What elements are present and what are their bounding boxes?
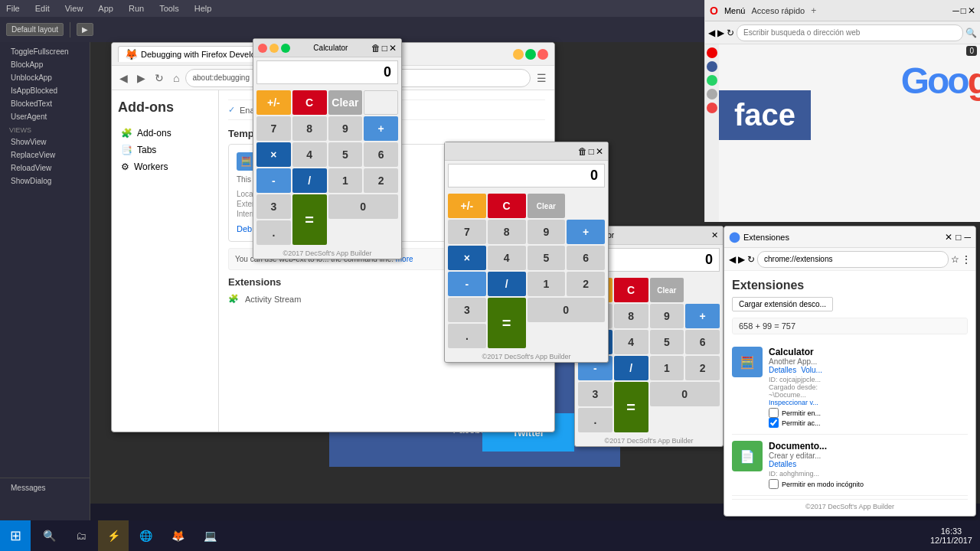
second-calc-delete[interactable]: 🗑: [578, 146, 587, 157]
taskbar-item-1[interactable]: 🔍: [34, 520, 64, 551]
btn-8[interactable]: 8: [292, 116, 327, 141]
btn-0[interactable]: 0: [328, 194, 399, 219]
r-equals[interactable]: =: [614, 382, 648, 432]
minimize-button[interactable]: [513, 49, 524, 60]
btn-2[interactable]: 2: [364, 168, 398, 193]
doc-permit-checkbox[interactable]: [769, 479, 779, 489]
chrome-ext-restore[interactable]: □: [956, 232, 961, 243]
second-calc-close[interactable]: ✕: [596, 146, 603, 157]
chrome-bookmark[interactable]: ☆: [951, 254, 959, 265]
s-btn-4[interactable]: 4: [488, 246, 526, 270]
facebook-icon[interactable]: [707, 61, 717, 72]
reload-button[interactable]: ↻: [152, 70, 167, 86]
forward-button[interactable]: ▶: [134, 70, 149, 86]
start-button[interactable]: ⊞: [0, 520, 31, 551]
menu-help[interactable]: Help: [191, 2, 215, 15]
sidebar-item-togglefullscreen[interactable]: ToggleFullscreen: [5, 45, 85, 58]
r-9[interactable]: 9: [650, 304, 684, 328]
taskbar-item-2[interactable]: 🗂: [66, 520, 96, 551]
sidebar-item-showview[interactable]: ShowView: [5, 135, 85, 148]
menu-run[interactable]: Run: [126, 2, 147, 15]
r-8[interactable]: 8: [614, 304, 648, 328]
s-btn-9[interactable]: 9: [528, 220, 566, 244]
r-0[interactable]: 0: [650, 382, 720, 406]
calc-minimize[interactable]: [270, 44, 279, 53]
doc-details-link[interactable]: Detalles: [769, 460, 796, 468]
calc-maximize[interactable]: [281, 44, 290, 53]
sidebar-item-blockedtext[interactable]: BlockedText: [5, 97, 85, 110]
opera-close[interactable]: ✕: [968, 5, 975, 16]
chrome-reload[interactable]: ↻: [747, 254, 755, 265]
chrome-url-bar[interactable]: [757, 251, 949, 268]
close-button[interactable]: [537, 49, 548, 60]
back-button[interactable]: ◀: [116, 70, 131, 86]
heart-icon[interactable]: [707, 103, 717, 113]
menu-edit[interactable]: Edit: [32, 2, 53, 15]
grid-icon[interactable]: [707, 89, 717, 99]
home-button[interactable]: ⌂: [170, 70, 182, 86]
opera-new-tab[interactable]: +: [811, 5, 816, 16]
menu-view[interactable]: View: [62, 2, 87, 15]
opera-reload[interactable]: ↻: [727, 28, 734, 38]
taskbar-item-4[interactable]: 🌐: [130, 520, 161, 551]
taskbar-item-5[interactable]: 🦊: [162, 520, 193, 551]
sidebar-item-useragent[interactable]: UserAgent: [5, 110, 85, 123]
btn-5[interactable]: 5: [328, 142, 363, 167]
btn-1[interactable]: 1: [328, 168, 363, 193]
sidebar-item-showdialog[interactable]: ShowDialog: [5, 174, 85, 187]
equals-button[interactable]: =: [292, 194, 327, 245]
taskbar-item-3[interactable]: ⚡: [98, 520, 129, 551]
clear-button[interactable]: C: [292, 90, 327, 115]
calc-delete-btn[interactable]: 🗑: [371, 43, 381, 54]
chrome-forward[interactable]: ▶: [738, 254, 745, 265]
opera-search[interactable]: 🔍: [965, 28, 977, 38]
sidebar-item-isappblocked[interactable]: IsAppBlocked: [5, 84, 85, 97]
clear-label-button[interactable]: Clear: [328, 90, 363, 115]
r-clear[interactable]: C: [614, 278, 648, 302]
whatsapp-icon[interactable]: [707, 75, 717, 86]
r-clear-btn[interactable]: Clear: [650, 278, 684, 302]
calc-close[interactable]: [258, 44, 267, 53]
calc-permit2-checkbox[interactable]: [769, 418, 779, 428]
s-btn-8[interactable]: 8: [488, 220, 526, 244]
s-btn-6[interactable]: 6: [567, 246, 605, 270]
s-btn-3[interactable]: 3: [448, 298, 486, 322]
s-clear[interactable]: C: [488, 194, 526, 218]
btn-9[interactable]: 9: [328, 116, 363, 141]
chrome-ext-minimize[interactable]: ─: [964, 232, 971, 243]
multiply-button[interactable]: ×: [256, 142, 291, 167]
calc-permit1-checkbox[interactable]: [769, 408, 779, 418]
r-3[interactable]: 3: [578, 382, 612, 406]
r-4[interactable]: 4: [614, 330, 648, 354]
opera-restore[interactable]: □: [961, 5, 966, 16]
chrome-ext-close[interactable]: ✕: [945, 232, 952, 243]
opera-back[interactable]: ◀: [708, 28, 715, 38]
menu-app[interactable]: App: [95, 2, 116, 15]
minus-button[interactable]: -: [256, 168, 291, 193]
sidebar-messages[interactable]: Messages: [5, 481, 85, 494]
opera-forward[interactable]: ▶: [717, 28, 724, 38]
decimal-button[interactable]: .: [256, 220, 291, 245]
opera-menu[interactable]: Menú: [724, 6, 746, 15]
btn-6[interactable]: 6: [364, 142, 398, 167]
right-calc-close[interactable]: ✕: [711, 230, 718, 240]
r-5[interactable]: 5: [650, 330, 684, 354]
plus-minus-button[interactable]: +/-: [256, 90, 291, 115]
addons-nav-tabs[interactable]: 📑 Tabs: [118, 142, 212, 158]
opera-url-bar[interactable]: [737, 24, 963, 41]
r-2[interactable]: 2: [685, 356, 720, 380]
s-clear-btn[interactable]: Clear: [528, 194, 566, 218]
calc-close-x[interactable]: ✕: [389, 43, 397, 54]
load-unpacked-button[interactable]: Cargar extensión desco...: [732, 297, 833, 311]
menu-tools[interactable]: Tools: [156, 2, 182, 15]
r-decimal[interactable]: .: [578, 408, 612, 432]
calc-volu-link[interactable]: Volu...: [801, 366, 822, 374]
r-divide[interactable]: /: [614, 356, 648, 380]
s-plus-minus[interactable]: +/-: [448, 194, 486, 218]
r-1[interactable]: 1: [650, 356, 684, 380]
chrome-back[interactable]: ◀: [729, 254, 736, 265]
sidebar-item-replaceview[interactable]: ReplaceView: [5, 148, 85, 161]
run-button[interactable]: ▶: [77, 23, 93, 36]
menu-button[interactable]: ☰: [534, 70, 550, 86]
s-minus[interactable]: -: [448, 272, 486, 296]
